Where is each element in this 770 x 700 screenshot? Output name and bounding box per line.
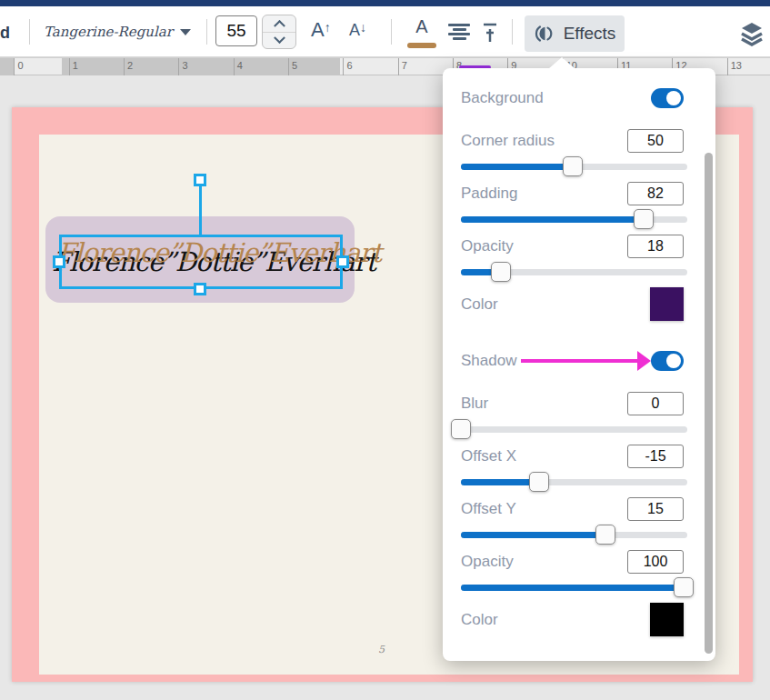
- toggle-knob: [666, 354, 681, 368]
- slider-fill: [461, 164, 575, 170]
- shadow-opacity-slider[interactable]: [461, 577, 684, 597]
- opacity-row: Opacity: [461, 235, 684, 258]
- font-color-swatch-bar: [407, 43, 436, 48]
- rotation-handle-line: [199, 186, 202, 235]
- ruler-tick: [343, 58, 344, 75]
- effects-panel-content: BackgroundCorner radiusPaddingOpacityCol…: [443, 68, 715, 661]
- ruler-tick: [69, 58, 70, 75]
- annotation-arrow-shaft: [521, 359, 639, 363]
- shadow-toggle-row: Shadow: [461, 351, 684, 371]
- font-family-value: Tangerine-Regular: [44, 24, 173, 40]
- page-number: 5: [378, 644, 385, 655]
- slider-handle[interactable]: [595, 525, 615, 545]
- shadow-blur-slider[interactable]: [461, 419, 684, 439]
- shadow-offset-y-slider[interactable]: [461, 525, 684, 545]
- toolbar-divider: [512, 19, 513, 45]
- layers-button[interactable]: [737, 20, 766, 49]
- ruler-number: 3: [182, 60, 187, 71]
- ruler-highlight-segment: [62, 58, 340, 75]
- top-navy-bar: [0, 0, 770, 6]
- ruler-tick: [178, 58, 179, 75]
- slider-handle[interactable]: [529, 472, 549, 492]
- ruler-number: 1: [73, 60, 78, 71]
- layers-icon: [737, 20, 766, 49]
- shadow-offset-x-slider[interactable]: [461, 472, 684, 492]
- background-toggle[interactable]: [651, 88, 684, 108]
- background-corner-radius-input[interactable]: [627, 129, 684, 153]
- shadow-blur-input[interactable]: [627, 392, 684, 415]
- decrease-font-size-button[interactable]: A↓: [349, 19, 366, 41]
- background-opacity-slider[interactable]: [461, 262, 684, 282]
- increase-font-size-button[interactable]: A↑: [311, 19, 331, 41]
- toggle-knob: [666, 91, 681, 105]
- background-opacity-input[interactable]: [627, 235, 684, 258]
- resize-handle-left[interactable]: [53, 255, 65, 268]
- shadow-opacity-input[interactable]: [627, 550, 684, 574]
- rotation-handle[interactable]: [194, 174, 206, 186]
- font-size-input[interactable]: [215, 15, 257, 46]
- vertical-align-top-icon: [480, 21, 500, 45]
- ruler-number: 6: [346, 60, 352, 71]
- background-padding-input[interactable]: [627, 182, 684, 205]
- arrow-down-icon: ↓: [360, 19, 366, 35]
- ruler-tick: [124, 58, 125, 75]
- chevron-down-icon: [274, 32, 285, 44]
- text-toolbar: d Tangerine-Regular A↑ A↓ A: [0, 6, 770, 57]
- ruler-tick: [234, 58, 235, 75]
- shadow-section-label: Shadow: [461, 352, 516, 370]
- shadow-color-label: Color: [461, 611, 498, 629]
- blur-row: Blur: [461, 392, 684, 415]
- slider-handle[interactable]: [634, 209, 654, 229]
- background-padding-slider[interactable]: [461, 209, 684, 229]
- ruler-number: 4: [237, 60, 243, 71]
- slider-handle[interactable]: [674, 577, 694, 597]
- ruler-tick: [288, 58, 289, 75]
- slider-track: [461, 426, 687, 433]
- background-color-swatch[interactable]: [650, 287, 684, 321]
- shadow-offset-y-input[interactable]: [627, 497, 684, 521]
- slider-track: [461, 532, 687, 538]
- font-size-decrement-button[interactable]: [263, 33, 295, 49]
- effects-button-label: Effects: [564, 24, 616, 44]
- ruler-tick: [727, 58, 728, 75]
- section-gap: [461, 321, 684, 351]
- font-family-dropdown[interactable]: Tangerine-Regular: [44, 17, 191, 46]
- resize-handle-right[interactable]: [336, 255, 349, 268]
- slider-fill: [461, 585, 687, 591]
- opacity-label: Opacity: [461, 237, 514, 255]
- chevron-down-icon: [180, 29, 191, 35]
- ruler-number: 13: [731, 60, 742, 71]
- slider-track: [461, 479, 687, 485]
- chevron-up-icon: [274, 20, 285, 32]
- effects-panel: BackgroundCorner radiusPaddingOpacityCol…: [443, 68, 715, 661]
- slider-handle[interactable]: [563, 156, 583, 176]
- selection-rectangle[interactable]: [59, 235, 343, 289]
- background-color-label: Color: [461, 295, 498, 314]
- panel-scrollbar-thumb[interactable]: [705, 153, 713, 654]
- toolbar-divider: [391, 19, 392, 45]
- shadow-toggle[interactable]: [651, 351, 684, 371]
- effects-button[interactable]: Effects: [525, 15, 625, 52]
- letter-a-icon: A: [349, 19, 360, 41]
- ruler-number: 7: [402, 60, 407, 71]
- text-align-center-button[interactable]: [444, 22, 475, 44]
- font-color-icon: A: [415, 16, 427, 37]
- resize-handle-bottom[interactable]: [194, 283, 206, 295]
- font-size-stepper: [262, 15, 296, 49]
- shadow-offset-x-input[interactable]: [627, 445, 684, 468]
- padding-row: Padding: [461, 182, 684, 205]
- design-editor-app: d Tangerine-Regular A↑ A↓ A: [0, 0, 770, 700]
- letter-a-icon: A: [311, 19, 325, 41]
- vertical-align-top-button[interactable]: [480, 21, 500, 45]
- font-color-button[interactable]: A: [405, 15, 438, 52]
- background-section-label: Background: [461, 89, 544, 107]
- slider-handle[interactable]: [491, 262, 511, 282]
- font-size-increment-button[interactable]: [263, 15, 295, 33]
- slider-handle[interactable]: [451, 419, 471, 439]
- shadow-color-swatch[interactable]: [650, 603, 684, 636]
- truncated-toolbar-text: d: [0, 24, 10, 43]
- background-corner-radius-slider[interactable]: [461, 156, 684, 176]
- toolbar-divider: [29, 19, 30, 45]
- blur-label: Blur: [461, 395, 488, 413]
- background-color-row: Color: [461, 287, 684, 321]
